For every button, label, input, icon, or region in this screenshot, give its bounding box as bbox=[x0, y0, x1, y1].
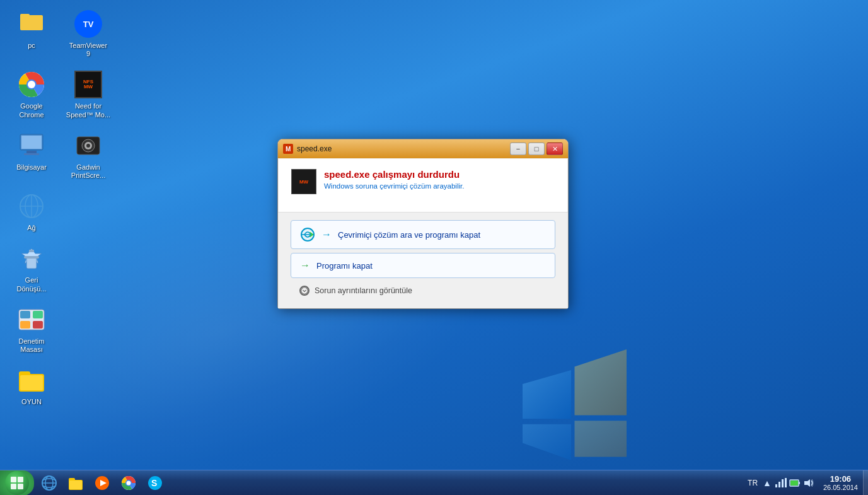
dialog-crash-subtitle: Windows soruna çevrimiçi çözüm arayabili… bbox=[324, 182, 464, 190]
svg-rect-25 bbox=[20, 321, 30, 329]
svg-rect-1 bbox=[20, 14, 30, 18]
online-solution-icon bbox=[300, 227, 315, 242]
svg-rect-45 bbox=[69, 480, 82, 489]
desktop-icon-bilgisayar[interactable]: Bilgisayar bbox=[6, 128, 57, 182]
svg-point-50 bbox=[127, 480, 131, 485]
svg-rect-20 bbox=[24, 256, 39, 259]
dialog-body: MW speed.exe çalışmayı durdurdu Windows … bbox=[279, 159, 567, 212]
dialog-option2-label: Programı kapat bbox=[316, 261, 373, 271]
dialog-maximize-button[interactable]: □ bbox=[528, 143, 545, 155]
svg-rect-24 bbox=[33, 311, 43, 318]
dialog-title-text: speed.exe bbox=[297, 144, 332, 153]
taskbar-media-icon[interactable] bbox=[90, 470, 115, 496]
dialog-titlebar: M speed.exe − □ ✕ bbox=[278, 139, 568, 158]
svg-point-12 bbox=[86, 144, 90, 148]
tray-speaker-icon bbox=[803, 478, 814, 488]
svg-text:M: M bbox=[286, 146, 291, 153]
desktop-icon-nfs[interactable]: NFSMW Need for Speed™ Mo... bbox=[63, 67, 113, 121]
dialog-app-icon: MW bbox=[291, 169, 316, 194]
svg-point-4 bbox=[28, 81, 35, 88]
dialog-option1-label: Çevrimiçi çözüm ara ve programı kapat bbox=[338, 230, 480, 240]
dialog-title-left: M speed.exe bbox=[283, 144, 332, 154]
tray-power-icon bbox=[789, 478, 801, 488]
start-orb bbox=[5, 471, 29, 495]
taskbar-explorer-icon[interactable] bbox=[63, 470, 88, 496]
clock-date: 26.05.2014 bbox=[823, 484, 858, 491]
desktop-icon-pc[interactable]: pc bbox=[6, 6, 57, 61]
desktop-icon-oyun[interactable]: OYUN bbox=[6, 363, 57, 409]
error-dialog: M speed.exe − □ ✕ MW speed.exe çalışmayı… bbox=[277, 139, 569, 309]
svg-rect-29 bbox=[20, 375, 43, 390]
tray-arrow-icon[interactable]: ▲ bbox=[763, 478, 772, 488]
svg-rect-26 bbox=[33, 321, 43, 329]
expand-icon bbox=[299, 286, 310, 296]
svg-point-17 bbox=[20, 195, 43, 218]
clock-time: 19:06 bbox=[830, 474, 851, 484]
clock-area[interactable]: 19:06 26.05.2014 bbox=[818, 470, 863, 496]
svg-rect-21 bbox=[29, 250, 34, 252]
dialog-expand-details[interactable]: Sorun ayrıntılarını görüntüle bbox=[291, 281, 555, 301]
desktop-icon-teamviewer[interactable]: TV TeamViewer 9 bbox=[63, 6, 113, 61]
svg-rect-59 bbox=[790, 480, 798, 486]
svg-rect-53 bbox=[775, 484, 777, 487]
taskbar-skype-icon[interactable]: S bbox=[142, 470, 168, 496]
dialog-crash-title: speed.exe çalışmayı durdurdu bbox=[324, 169, 464, 180]
taskbar-ie-icon[interactable] bbox=[37, 470, 62, 496]
svg-rect-55 bbox=[782, 479, 784, 487]
svg-rect-6 bbox=[21, 136, 42, 149]
option2-arrow: → bbox=[300, 260, 310, 271]
desktop-icon-chrome[interactable]: Google Chrome bbox=[6, 67, 57, 121]
svg-rect-19 bbox=[26, 257, 37, 269]
svg-rect-38 bbox=[11, 484, 16, 489]
tray-network-icon bbox=[774, 478, 787, 488]
svg-rect-23 bbox=[20, 311, 30, 318]
dialog-crash-info: speed.exe çalışmayı durdurdu Windows sor… bbox=[324, 169, 464, 190]
svg-rect-39 bbox=[18, 484, 23, 489]
dialog-close-button[interactable]: ✕ bbox=[547, 143, 563, 155]
dialog-footer: → Çevrimiçi çözüm ara ve programı kapat … bbox=[278, 212, 568, 308]
start-button[interactable] bbox=[0, 470, 34, 496]
desktop-icon-geri[interactable]: Geri Dönüşü... bbox=[6, 241, 57, 295]
svg-rect-37 bbox=[18, 477, 23, 482]
dialog-title-icon: M bbox=[283, 144, 293, 154]
svg-text:S: S bbox=[151, 478, 157, 488]
svg-rect-8 bbox=[24, 153, 39, 155]
svg-rect-7 bbox=[26, 151, 37, 153]
show-desktop-button[interactable] bbox=[863, 470, 868, 496]
desktop-icon-denetim[interactable]: Denetim Masası bbox=[6, 302, 57, 356]
svg-rect-54 bbox=[778, 482, 780, 487]
dialog-minimize-button[interactable]: − bbox=[510, 143, 526, 155]
dialog-option-online[interactable]: → Çevrimiçi çözüm ara ve programı kapat bbox=[291, 220, 555, 249]
taskbar: S TR ▲ bbox=[0, 470, 868, 495]
dialog-titlebar-buttons: − □ ✕ bbox=[510, 143, 563, 155]
svg-rect-36 bbox=[11, 477, 16, 482]
win7-flag bbox=[509, 322, 647, 460]
taskbar-right: TR ▲ 19:06 26.05.2 bbox=[741, 470, 868, 496]
taskbar-chrome-icon[interactable] bbox=[116, 470, 141, 496]
desktop-icon-gadwin[interactable]: Gadwin PrintScre... bbox=[63, 128, 113, 182]
taskbar-pinned-area: S bbox=[37, 470, 168, 496]
svg-marker-60 bbox=[804, 479, 810, 487]
tray-lang: TR bbox=[745, 479, 760, 487]
tray-area: TR ▲ bbox=[741, 478, 818, 488]
desktop-icon-area: pc TV TeamViewer 9 Google Ch bbox=[6, 6, 113, 409]
dialog-expand-label: Sorun ayrıntılarını görüntüle bbox=[315, 286, 412, 295]
desktop-icon-ag[interactable]: Ağ bbox=[6, 189, 57, 235]
svg-rect-58 bbox=[799, 482, 800, 484]
dialog-option-close[interactable]: → Programı kapat bbox=[291, 253, 555, 278]
option1-arrow: → bbox=[321, 229, 332, 240]
svg-rect-56 bbox=[785, 478, 787, 487]
dialog-header: MW speed.exe çalışmayı durdurdu Windows … bbox=[291, 169, 555, 194]
